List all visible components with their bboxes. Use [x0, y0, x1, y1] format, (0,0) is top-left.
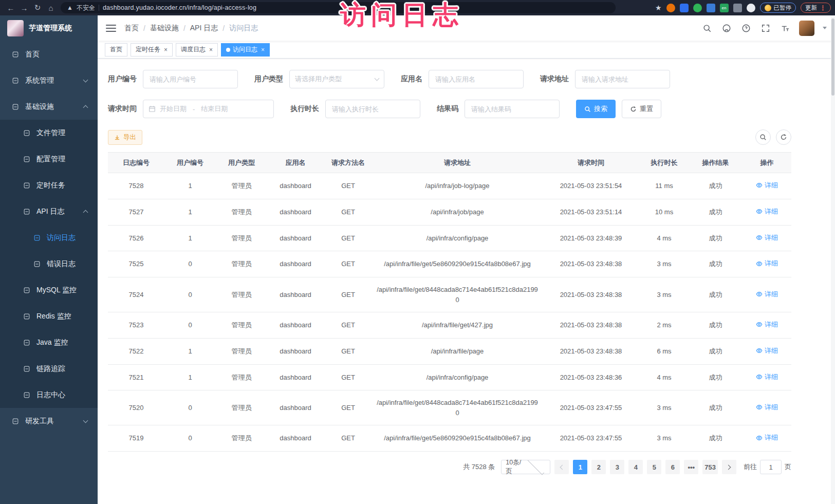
page-button-1[interactable]: 1	[573, 460, 587, 474]
sidebar-item[interactable]: 配置管理	[0, 146, 98, 172]
detail-link[interactable]: 详细	[756, 180, 778, 191]
log-icon	[23, 208, 30, 215]
page-button-753[interactable]: 753	[702, 460, 718, 474]
extension-icon-grey[interactable]	[733, 4, 742, 12]
next-page-button[interactable]	[722, 460, 736, 474]
date-range-picker[interactable]: 开始日期 - 结束日期	[143, 100, 274, 118]
detail-link-label: 详细	[765, 320, 778, 330]
calendar-icon	[149, 105, 156, 113]
goto-label: 前往	[744, 462, 757, 472]
column-header: 操作结果	[689, 153, 743, 173]
sidebar-item[interactable]: 错误日志	[0, 251, 98, 277]
extension-icon-green-circle[interactable]	[693, 4, 702, 12]
export-button[interactable]: 导出	[108, 130, 142, 145]
app-name-input[interactable]	[429, 70, 524, 88]
close-icon[interactable]: ×	[164, 47, 168, 53]
user-avatar[interactable]	[799, 21, 814, 36]
refresh-table-button[interactable]	[776, 129, 791, 145]
font-size-icon[interactable]	[780, 23, 791, 34]
reload-icon[interactable]: ↻	[31, 2, 44, 13]
fullscreen-icon[interactable]	[760, 23, 771, 34]
breadcrumb-item[interactable]: 基础设施	[150, 24, 179, 33]
page-button-5[interactable]: 5	[647, 460, 661, 474]
scrollbar-thumb[interactable]	[831, 18, 834, 96]
cell-request-url: /api/infra/file/get/5e8609290e915c4fa8b0…	[373, 251, 542, 277]
extension-icon-pinwheel[interactable]	[747, 4, 755, 12]
detail-link[interactable]: 详细	[756, 402, 778, 413]
eye-icon	[756, 234, 763, 241]
page-button-3[interactable]: 3	[610, 460, 624, 474]
detail-link[interactable]: 详细	[756, 289, 778, 300]
sidebar-item[interactable]: Redis 监控	[0, 303, 98, 329]
extension-icon-grid[interactable]	[707, 4, 715, 12]
sidebar-item[interactable]: 链路追踪	[0, 356, 98, 382]
toggle-search-button[interactable]	[755, 129, 771, 145]
detail-link[interactable]: 详细	[756, 320, 778, 330]
breadcrumb-item[interactable]: API 日志	[190, 24, 218, 33]
chevron-down-icon	[527, 458, 544, 475]
sidebar-item[interactable]: API 日志	[0, 198, 98, 225]
extension-icon-shield[interactable]	[680, 4, 689, 12]
page-button-2[interactable]: 2	[591, 460, 606, 474]
hamburger-icon[interactable]	[106, 25, 116, 32]
table-row: 7521 1 管理员 dashboard GET /api/infra/conf…	[108, 364, 791, 390]
page-button-6[interactable]: 6	[665, 460, 680, 474]
home-icon[interactable]: ⌂	[44, 2, 58, 13]
github-icon[interactable]	[721, 23, 732, 34]
update-button[interactable]: 更新 ⋮	[801, 3, 831, 13]
cell-result: 成功	[689, 225, 743, 251]
detail-link[interactable]: 详细	[756, 372, 778, 382]
sidebar-item[interactable]: 研发工具	[0, 408, 98, 434]
scrollbar[interactable]	[831, 15, 835, 504]
reset-button[interactable]: 重置	[622, 100, 661, 118]
page-size-select[interactable]: 10条/页	[501, 460, 550, 474]
sidebar-item[interactable]: 日志中心	[0, 382, 98, 408]
divider	[99, 5, 99, 11]
help-icon[interactable]	[740, 23, 752, 34]
detail-link[interactable]: 详细	[756, 207, 778, 217]
result-code-input[interactable]	[465, 100, 560, 118]
tab[interactable]: 首页	[105, 43, 127, 57]
back-icon[interactable]: ←	[4, 2, 17, 13]
bookmark-star-icon[interactable]: ★	[655, 4, 662, 12]
sidebar-item[interactable]: 访问日志	[0, 225, 98, 251]
extension-icon-orange[interactable]	[666, 4, 675, 12]
close-icon[interactable]: ×	[209, 47, 213, 53]
tab[interactable]: 调度日志 ×	[176, 43, 218, 57]
prev-page-button[interactable]	[554, 460, 569, 474]
user-type-select[interactable]: 请选择用户类型	[289, 70, 384, 88]
detail-link[interactable]: 详细	[756, 346, 778, 356]
detail-link[interactable]: 详细	[756, 233, 778, 243]
translate-extension-icon[interactable]: en	[720, 4, 729, 12]
goto-page-input[interactable]	[760, 460, 782, 474]
sidebar-item-label: 配置管理	[36, 155, 65, 164]
download-icon	[114, 135, 120, 141]
cell-log-id: 7524	[108, 277, 164, 312]
duration-input[interactable]	[325, 100, 420, 118]
detail-link[interactable]: 详细	[756, 433, 778, 443]
user-id-input[interactable]	[143, 70, 238, 88]
search-button[interactable]: 搜索	[576, 100, 616, 118]
paused-badge[interactable]: 已暂停	[760, 3, 796, 13]
page-button-4[interactable]: 4	[628, 460, 643, 474]
sidebar-item[interactable]: 系统管理	[0, 67, 98, 94]
menu-kebab-icon[interactable]: ⋮	[820, 4, 826, 12]
sidebar-item[interactable]: 首页	[0, 41, 98, 67]
logo-row[interactable]: 芋道管理系统	[0, 15, 98, 41]
tab[interactable]: 定时任务 ×	[131, 43, 173, 57]
search-icon[interactable]	[701, 23, 713, 34]
forward-icon[interactable]: →	[17, 2, 31, 13]
address-bar[interactable]: ▲ 不安全 dashboard.yudao.iocoder.cn/infra/l…	[61, 2, 616, 13]
chevron-down-icon[interactable]	[823, 27, 827, 29]
breadcrumb-item[interactable]: 首页	[124, 24, 139, 33]
sidebar-item[interactable]: MySQL 监控	[0, 277, 98, 303]
sidebar-item[interactable]: Java 监控	[0, 329, 98, 356]
sidebar-item[interactable]: 基础设施	[0, 94, 98, 120]
more-pages-button[interactable]: •••	[684, 460, 698, 474]
sidebar-item[interactable]: 文件管理	[0, 120, 98, 146]
sidebar-item[interactable]: 定时任务	[0, 172, 98, 198]
request-url-input[interactable]	[575, 70, 670, 88]
close-icon[interactable]: ×	[261, 47, 265, 53]
tab[interactable]: 访问日志 ×	[221, 43, 270, 57]
detail-link[interactable]: 详细	[756, 258, 778, 269]
